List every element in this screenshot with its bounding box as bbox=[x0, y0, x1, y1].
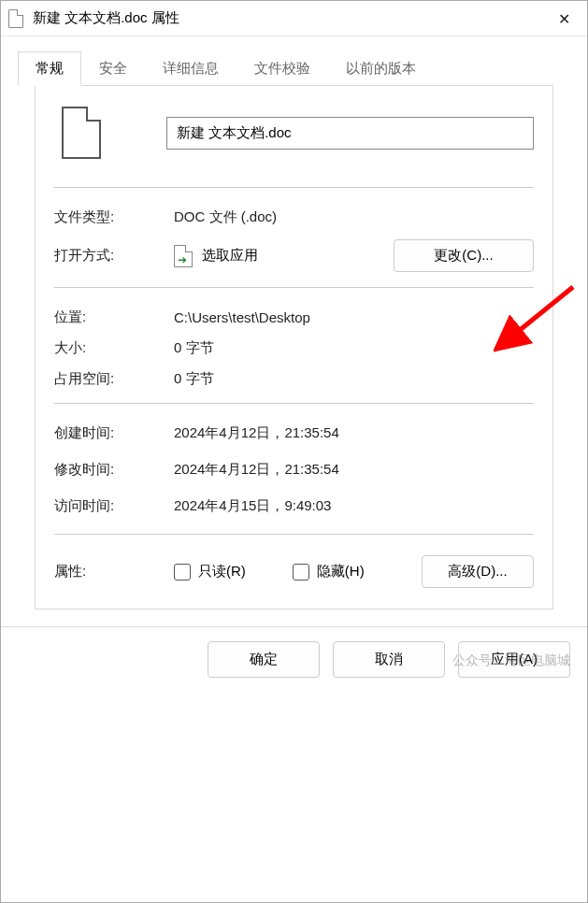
openwith-row: 打开方式: ➜ 选取应用 更改(C)... bbox=[54, 239, 534, 272]
divider bbox=[54, 403, 534, 404]
tab-content-general: 文件类型: DOC 文件 (.doc) 打开方式: ➜ 选取应用 更改(C)..… bbox=[35, 85, 553, 609]
checkbox-group: 只读(R) 隐藏(H) bbox=[174, 563, 422, 580]
accessed-label: 访问时间: bbox=[54, 497, 174, 515]
divider bbox=[54, 287, 534, 288]
readonly-checkbox[interactable] bbox=[174, 564, 191, 580]
tab-general[interactable]: 常规 bbox=[18, 51, 81, 86]
created-value: 2024年4月12日，21:35:54 bbox=[174, 424, 339, 442]
hidden-checkbox-item[interactable]: 隐藏(H) bbox=[293, 563, 365, 580]
properties-dialog: 新建 文本文档.doc 属性 ✕ 常规 安全 详细信息 文件校验 以前的版本 bbox=[0, 0, 588, 903]
hidden-checkbox[interactable] bbox=[293, 564, 309, 580]
sizeondisk-row: 占用空间: 0 字节 bbox=[54, 370, 534, 388]
tab-previous[interactable]: 以前的版本 bbox=[328, 51, 434, 86]
location-row: 位置: C:\Users\test\Desktop bbox=[54, 308, 534, 326]
openwith-value: 选取应用 bbox=[202, 247, 258, 265]
filetype-label: 文件类型: bbox=[54, 208, 174, 226]
change-button[interactable]: 更改(C)... bbox=[394, 239, 534, 272]
attributes-row: 属性: 只读(R) 隐藏(H) 高级(D)... bbox=[54, 555, 534, 588]
size-label: 大小: bbox=[54, 339, 174, 357]
created-row: 创建时间: 2024年4月12日，21:35:54 bbox=[54, 424, 534, 442]
apply-button[interactable]: 应用(A) bbox=[458, 641, 570, 678]
close-icon: ✕ bbox=[558, 10, 570, 28]
titlebar: 新建 文本文档.doc 属性 ✕ bbox=[1, 1, 587, 36]
tab-security[interactable]: 安全 bbox=[81, 51, 145, 86]
filetype-value: DOC 文件 (.doc) bbox=[174, 208, 277, 226]
filename-row bbox=[54, 107, 534, 159]
location-label: 位置: bbox=[54, 308, 174, 326]
sizeondisk-label: 占用空间: bbox=[54, 370, 174, 388]
close-button[interactable]: ✕ bbox=[540, 1, 587, 36]
attributes-label: 属性: bbox=[54, 563, 174, 580]
size-row: 大小: 0 字节 bbox=[54, 339, 534, 357]
modified-value: 2024年4月12日，21:35:54 bbox=[174, 461, 339, 479]
tabs-container: 常规 安全 详细信息 文件校验 以前的版本 文件类型: bbox=[1, 36, 587, 609]
modified-label: 修改时间: bbox=[54, 461, 174, 479]
button-bar: 确定 取消 应用(A) 公众号：湾区电脑城 bbox=[1, 626, 587, 692]
tab-details[interactable]: 详细信息 bbox=[145, 51, 237, 86]
modified-row: 修改时间: 2024年4月12日，21:35:54 bbox=[54, 461, 534, 479]
readonly-checkbox-item[interactable]: 只读(R) bbox=[174, 563, 246, 580]
file-icon bbox=[8, 9, 23, 28]
window-title: 新建 文本文档.doc 属性 bbox=[33, 9, 179, 27]
file-icon-large bbox=[62, 107, 101, 159]
size-value: 0 字节 bbox=[174, 339, 214, 357]
ok-button[interactable]: 确定 bbox=[208, 641, 320, 678]
sizeondisk-value: 0 字节 bbox=[174, 370, 214, 388]
accessed-value: 2024年4月15日，9:49:03 bbox=[174, 497, 331, 515]
created-label: 创建时间: bbox=[54, 424, 174, 442]
tab-fileverify[interactable]: 文件校验 bbox=[237, 51, 328, 86]
accessed-row: 访问时间: 2024年4月15日，9:49:03 bbox=[54, 497, 534, 515]
divider bbox=[54, 187, 534, 188]
readonly-label: 只读(R) bbox=[198, 563, 246, 580]
arrow-icon: ➜ bbox=[178, 254, 187, 265]
openwith-value-container: ➜ 选取应用 bbox=[174, 245, 394, 267]
app-icon: ➜ bbox=[174, 245, 193, 267]
advanced-button[interactable]: 高级(D)... bbox=[422, 555, 534, 588]
openwith-label: 打开方式: bbox=[54, 247, 174, 265]
location-value: C:\Users\test\Desktop bbox=[174, 309, 310, 325]
hidden-label: 隐藏(H) bbox=[317, 563, 365, 580]
filename-input[interactable] bbox=[166, 117, 534, 150]
cancel-button[interactable]: 取消 bbox=[333, 641, 445, 678]
divider bbox=[54, 534, 534, 535]
filetype-row: 文件类型: DOC 文件 (.doc) bbox=[54, 208, 534, 226]
tabs: 常规 安全 详细信息 文件校验 以前的版本 bbox=[18, 51, 570, 86]
